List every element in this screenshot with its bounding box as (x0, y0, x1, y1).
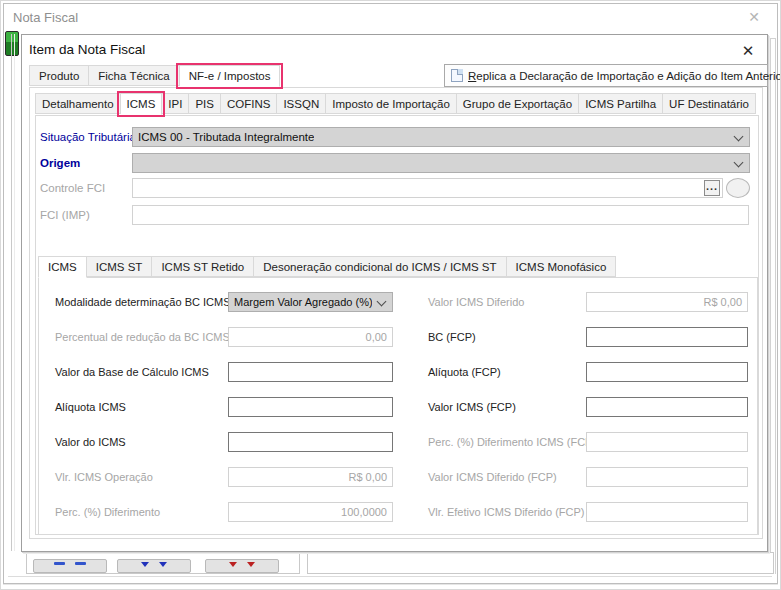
red-arrow-down-icon (247, 562, 255, 567)
replica-declaracao-button[interactable]: Replica a Declaração de Importação e Adi… (444, 64, 768, 87)
modalidade-bc-icms-select[interactable]: Margem Valor Agregado (%) (228, 292, 393, 312)
controle-fci-label: Controle FCI (40, 182, 105, 194)
origem-label: Origem (40, 157, 80, 169)
aliquota-fcp-input[interactable] (586, 362, 748, 382)
screenshot-root: Nota Fiscal ✕ Item da Nota Fiscal ✕ (0, 0, 781, 590)
tab-cofins[interactable]: COFINS (221, 93, 277, 114)
vlr-icms-operacao-input[interactable]: R$ 0,00 (228, 467, 393, 487)
tab-icms-st[interactable]: ICMS ST (87, 256, 153, 277)
bottom-button-1[interactable] (33, 559, 107, 573)
groupbox-left-edge (11, 34, 15, 551)
valor-icms-diferido-label: Valor ICMS Diferido (428, 296, 524, 308)
tab-icms-detail[interactable]: ICMS (38, 256, 87, 278)
window-bottom-edge (8, 576, 772, 579)
tab-icms[interactable]: ICMS (121, 93, 163, 115)
aliquota-icms-input[interactable] (228, 397, 393, 417)
copy-page-icon (451, 69, 463, 82)
replica-button-label: Replica a Declaração de Importação e Adi… (468, 70, 781, 82)
tab-ipi[interactable]: IPI (162, 93, 189, 114)
perc-diferimento-fcp-label: Perc. (%) Diferimento ICMS (FCP) (428, 436, 596, 448)
situacao-tributaria-select[interactable]: ICMS 00 - Tributada Integralmente (132, 127, 750, 147)
close-icon[interactable]: ✕ (743, 9, 765, 25)
bottom-right-frame (307, 552, 774, 574)
valor-icms-diferido-fcp-input[interactable] (586, 467, 748, 487)
valor-base-calculo-icms-label: Valor da Base de Cálculo ICMS (55, 366, 209, 378)
blue-bar-icon (75, 562, 86, 565)
aliquota-fcp-label: Alíquota (FCP) (428, 366, 501, 378)
tab-uf-destinatario[interactable]: UF Destinatário (663, 93, 756, 114)
nota-fiscal-window: Nota Fiscal ✕ Item da Nota Fiscal ✕ (3, 3, 778, 584)
blue-bar-icon (54, 562, 65, 565)
blue-arrow-down-icon (141, 562, 149, 567)
chevron-down-icon (377, 297, 387, 307)
tab-icms-st-retido[interactable]: ICMS ST Retido (152, 256, 254, 277)
tab-produto[interactable]: Produto (29, 65, 89, 86)
dialog-title: Item da Nota Fiscal (29, 42, 145, 57)
red-arrow-down-icon (229, 562, 237, 567)
origem-select[interactable] (132, 153, 750, 173)
tab-desoneracao-condicional[interactable]: Desoneração condicional do ICMS / ICMS S… (254, 256, 506, 277)
percentual-reducao-bc-label: Percentual de redução da BC ICMS (55, 331, 230, 343)
fci-imp-input[interactable] (132, 205, 749, 225)
situacao-tributaria-label: Situação Tributária (40, 131, 136, 143)
perc-diferimento-input[interactable]: 100,0000 (228, 502, 393, 522)
tab-ficha-tecnica[interactable]: Ficha Técnica (89, 65, 179, 86)
perc-diferimento-fcp-input[interactable] (586, 432, 748, 452)
bottom-left-frame (26, 552, 300, 574)
window-title: Nota Fiscal (13, 10, 78, 25)
bc-fcp-label: BC (FCP) (428, 331, 476, 343)
bottom-button-3[interactable] (205, 559, 279, 573)
modalidade-bc-icms-label: Modalidade determinação BC ICMS (55, 296, 230, 308)
bottom-button-2[interactable] (117, 559, 191, 573)
tab-issqn[interactable]: ISSQN (277, 93, 326, 114)
nfe-impostos-page: Detalhamento ICMS IPI PIS COFINS ISSQN I… (29, 87, 763, 539)
main-tab-bar: Produto Ficha Técnica NF-e / Impostos (29, 65, 280, 87)
icms-detail-tab-bar: ICMS ICMS ST ICMS ST Retido Desoneração … (38, 256, 616, 278)
impostos-tab-bar: Detalhamento ICMS IPI PIS COFINS ISSQN I… (35, 93, 756, 115)
valor-base-calculo-icms-input[interactable] (228, 362, 393, 382)
close-icon[interactable]: ✕ (737, 42, 759, 60)
item-nota-fiscal-dialog: Item da Nota Fiscal ✕ Produto Ficha Técn… (21, 34, 768, 552)
vlr-efetivo-icms-diferido-fcp-label: Vlr. Efetivo ICMS Diferido (FCP) (428, 506, 584, 518)
fci-circle-button[interactable] (726, 178, 750, 198)
fci-imp-label: FCI (IMP) (40, 209, 90, 221)
chevron-down-icon (734, 132, 744, 142)
valor-icms-fcp-label: Valor ICMS (FCP) (428, 401, 516, 413)
valor-icms-diferido-fcp-label: Valor ICMS Diferido (FCP) (428, 471, 557, 483)
blue-arrow-down-icon (159, 562, 167, 567)
valor-icms-diferido-input[interactable]: R$ 0,00 (586, 292, 748, 312)
vlr-efetivo-icms-diferido-fcp-input[interactable] (586, 502, 748, 522)
icms-page: Situação Tributária ICMS 00 - Tributada … (35, 115, 759, 535)
vlr-icms-operacao-label: Vlr. ICMS Operação (55, 471, 153, 483)
aliquota-icms-label: Alíquota ICMS (55, 401, 126, 413)
valor-icms-fcp-input[interactable] (586, 397, 748, 417)
bc-fcp-input[interactable] (586, 327, 748, 347)
tab-icms-monofasico[interactable]: ICMS Monofásico (507, 256, 617, 277)
fci-lookup-button[interactable]: ... (704, 180, 720, 196)
tab-imposto-importacao[interactable]: Imposto de Importação (326, 93, 457, 114)
tab-icms-partilha[interactable]: ICMS Partilha (579, 93, 663, 114)
groupbox-right-edge (770, 38, 776, 574)
icms-detail-page: Modalidade determinação BC ICMS Margem V… (38, 277, 758, 535)
tab-grupo-exportacao[interactable]: Grupo de Exportação (457, 93, 579, 114)
tab-nfe-impostos[interactable]: NF-e / Impostos (180, 65, 281, 87)
perc-diferimento-label: Perc. (%) Diferimento (55, 506, 160, 518)
percentual-reducao-bc-input[interactable]: 0,00 (228, 327, 393, 347)
controle-fci-input[interactable] (132, 178, 723, 198)
tab-pis[interactable]: PIS (189, 93, 221, 114)
valor-icms-input[interactable] (228, 432, 393, 452)
valor-icms-label: Valor do ICMS (55, 436, 126, 448)
tab-detalhamento[interactable]: Detalhamento (35, 93, 121, 114)
chevron-down-icon (734, 158, 744, 168)
